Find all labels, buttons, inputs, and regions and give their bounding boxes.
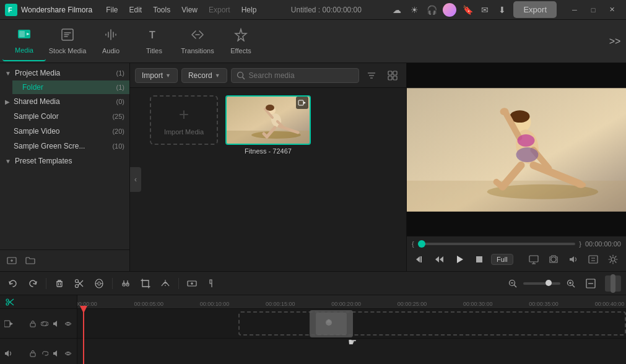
import-button[interactable]: Import ▼	[135, 68, 178, 83]
folder-count: (1)	[116, 84, 124, 91]
timeline-tracks: ☛ Drag and drop media and effects here t…	[77, 309, 626, 364]
export-button[interactable]: Export	[513, 1, 557, 18]
cloud-icon[interactable]: ☁	[391, 4, 403, 16]
menu-file[interactable]: File	[101, 4, 123, 15]
tab-effects[interactable]: Effects	[219, 22, 263, 61]
audio-detach-button[interactable]	[118, 275, 134, 292]
preview-settings-icon[interactable]	[605, 251, 621, 267]
media-item-fitness[interactable]: Fitness - 72467	[225, 95, 311, 155]
sun-icon[interactable]: ☀	[408, 4, 420, 16]
headphones-icon[interactable]: 🎧	[425, 4, 438, 16]
delete-button[interactable]	[51, 275, 67, 292]
audio-link-icon[interactable]	[40, 349, 50, 358]
svg-marker-50	[435, 256, 439, 262]
tree-item-preset-templates[interactable]: ▼ Preset Templates	[0, 154, 129, 168]
toolbar: Media Stock Media Audio T Titles Transit…	[0, 20, 626, 63]
tree-item-folder[interactable]: Folder (1)	[12, 80, 129, 94]
menu-export[interactable]: Export	[204, 4, 235, 15]
filter-icon[interactable]	[363, 67, 380, 84]
import-media-placeholder[interactable]: + Import Media	[150, 95, 218, 145]
import-dropdown-arrow: ▼	[165, 72, 171, 79]
scissor-icon[interactable]	[5, 297, 15, 307]
step-back-button[interactable]	[432, 251, 448, 267]
preview-more-icon[interactable]	[585, 251, 601, 267]
cursor-hand: ☛	[348, 336, 357, 348]
tab-media[interactable]: Media	[2, 22, 46, 61]
toolbar-expand-button[interactable]: >>	[606, 33, 624, 50]
rewind-button[interactable]	[412, 251, 428, 267]
audio-mute-icon[interactable]	[51, 349, 61, 358]
add-track-icon[interactable]	[5, 254, 19, 267]
maximize-button[interactable]: □	[584, 3, 602, 17]
tab-stock-media[interactable]: Stock Media	[46, 22, 89, 61]
tab-audio[interactable]: Audio	[89, 22, 133, 61]
playhead[interactable]	[83, 309, 84, 364]
download-icon[interactable]: ⬇	[496, 4, 508, 16]
speed-button[interactable]	[157, 275, 173, 292]
tab-transitions[interactable]: Transitions	[176, 22, 219, 61]
mute-icon[interactable]	[51, 319, 61, 329]
crop-button[interactable]	[137, 275, 154, 292]
add-track-button[interactable]	[184, 275, 200, 292]
project-media-count: (1)	[116, 69, 124, 77]
cut-button[interactable]	[71, 275, 87, 292]
mask-button[interactable]	[91, 275, 107, 292]
avatar[interactable]	[443, 3, 456, 17]
sample-color-label: Sample Color	[14, 112, 112, 121]
bookmark-icon[interactable]: 🔖	[461, 4, 474, 16]
audio-visibility-icon[interactable]	[63, 349, 73, 358]
quality-selector[interactable]: Full	[491, 254, 513, 265]
svg-line-27	[264, 134, 267, 137]
video-track-icon	[4, 319, 14, 329]
tree-item-sample-video[interactable]: ▶ Sample Video (20)	[0, 124, 129, 139]
fit-timeline-icon[interactable]	[583, 275, 599, 292]
menu-edit[interactable]: Edit	[124, 4, 147, 15]
zoom-out-button[interactable]	[505, 275, 521, 292]
marker-button[interactable]	[204, 275, 220, 292]
grid-icon[interactable]	[384, 67, 401, 84]
drop-zone[interactable]	[238, 311, 626, 336]
mail-icon[interactable]: ✉	[479, 4, 491, 16]
undo-button[interactable]	[5, 275, 21, 292]
zoom-controls	[505, 275, 579, 292]
lock-icon[interactable]	[28, 319, 38, 329]
redo-button[interactable]	[25, 275, 41, 292]
stock-media-tab-label: Stock Media	[49, 47, 87, 54]
scroll-left-indicator[interactable]: ‹	[130, 167, 141, 192]
search-input[interactable]	[249, 71, 354, 80]
record-button[interactable]: Record ▼	[181, 68, 227, 83]
svg-text:T: T	[149, 30, 155, 40]
search-box	[231, 68, 359, 83]
stop-button[interactable]	[471, 251, 487, 267]
svg-rect-99	[30, 353, 35, 357]
preview-volume-icon[interactable]	[565, 251, 581, 267]
tree-item-project-media[interactable]: ▼ Project Media (1)	[0, 66, 129, 80]
ruler-mark-6: 00:00:30:00	[463, 301, 493, 307]
folder-icon[interactable]	[24, 254, 37, 267]
zoom-slider[interactable]	[523, 282, 560, 285]
audio-lock-icon[interactable]	[28, 349, 38, 358]
tab-titles[interactable]: T Titles	[133, 22, 176, 61]
preview-progress-thumb[interactable]	[418, 240, 425, 248]
svg-rect-54	[529, 256, 538, 262]
menu-view[interactable]: View	[176, 4, 202, 15]
tree-panel: ▼ Project Media (1) Folder (1) ▶ Shared …	[0, 63, 129, 249]
play-button[interactable]	[451, 251, 467, 267]
zoom-in-button[interactable]	[563, 275, 579, 292]
menu-tools[interactable]: Tools	[148, 4, 175, 15]
link-icon[interactable]	[40, 319, 50, 329]
preview-progress-track[interactable]	[418, 243, 576, 245]
tree-item-shared-media[interactable]: ▶ Shared Media (0)	[0, 94, 129, 109]
minimize-button[interactable]: ─	[565, 3, 584, 17]
preview-screen-icon[interactable]	[526, 251, 542, 267]
preview-snapshot-icon[interactable]	[546, 251, 562, 267]
svg-rect-31	[298, 100, 303, 105]
tree-item-sample-color[interactable]: ▶ Sample Color (25)	[0, 109, 129, 124]
tree-item-sample-green-screen[interactable]: ▶ Sample Green Scre... (10)	[0, 139, 129, 154]
visibility-icon[interactable]	[63, 319, 73, 329]
close-button[interactable]: ✕	[602, 3, 621, 17]
menu-help[interactable]: Help	[237, 4, 262, 15]
titles-tab-icon: T	[147, 28, 161, 45]
zoom-slider-thumb[interactable]	[546, 280, 552, 286]
import-label: Import	[142, 71, 163, 80]
